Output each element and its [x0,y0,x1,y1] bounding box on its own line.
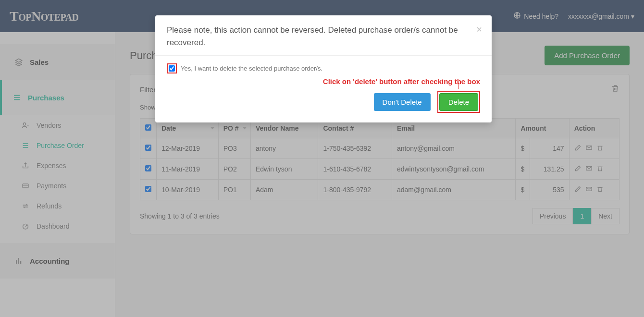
confirm-delete-label: Yes, I want to delete the selected purch… [181,65,322,72]
delete-confirm-modal: Please note, this action cannot be rever… [155,15,492,122]
close-icon[interactable]: × [476,24,482,35]
delete-button[interactable]: Delete [439,93,478,111]
annotation-arrow-icon: ↑ [456,79,461,91]
dont-delete-button[interactable]: Don't Delete [374,93,431,111]
modal-title: Please note, this action cannot be rever… [167,25,458,47]
confirm-delete-checkbox[interactable] [169,65,175,72]
annotation-text: Click on 'delete' button after checking … [155,77,492,87]
